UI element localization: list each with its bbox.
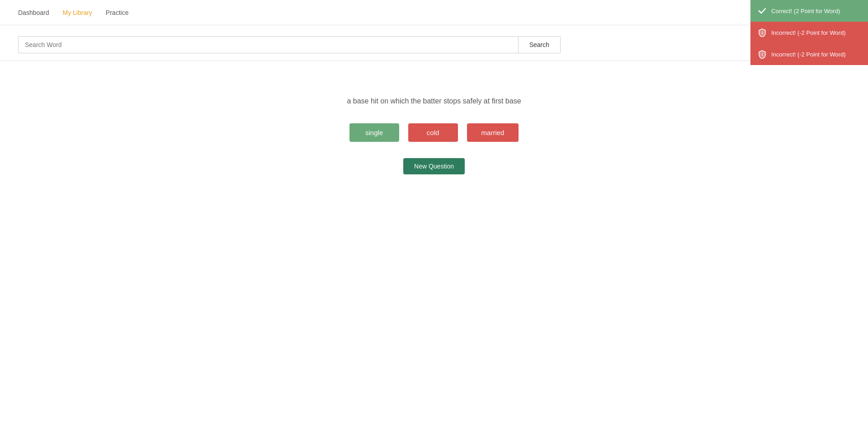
svg-text:!: ! [762,52,763,57]
nav-dashboard[interactable]: Dashboard [18,9,49,16]
answer-married[interactable]: married [467,123,519,142]
search-container: Search [18,36,561,53]
check-icon [758,6,767,15]
nav-my-library[interactable]: My Library [63,9,92,16]
notification-correct-text: Correct! (2 Point for Word) [771,8,840,14]
svg-text:!: ! [762,31,763,35]
notification-correct: Correct! (2 Point for Word) [750,0,868,22]
nav-links: Dashboard My Library Practice [18,9,128,16]
shield-icon-1: ! [758,28,767,37]
search-button[interactable]: Search [518,37,560,53]
notification-incorrect-1-text: Incorrect! (-2 Point for Word) [771,29,845,36]
notification-incorrect-2-text: Incorrect! (-2 Point for Word) [771,51,845,58]
notification-incorrect-2: ! Incorrect! (-2 Point for Word) [750,43,868,65]
search-input[interactable] [19,37,518,53]
nav-practice[interactable]: Practice [106,9,129,16]
answer-single[interactable]: single [349,123,399,142]
new-question-button[interactable]: New Question [403,158,465,174]
main-content: a base hit on which the batter stops saf… [0,61,868,174]
answer-options: single cold married [349,123,519,142]
answer-cold[interactable]: cold [408,123,458,142]
notification-incorrect-1: ! Incorrect! (-2 Point for Word) [750,22,868,43]
question-text: a base hit on which the batter stops saf… [347,97,521,105]
search-section: Search [0,25,868,61]
shield-icon-2: ! [758,50,767,59]
navbar: Dashboard My Library Practice ▾ [0,0,868,25]
notifications-panel: Correct! (2 Point for Word) ! Incorrect!… [750,0,868,65]
